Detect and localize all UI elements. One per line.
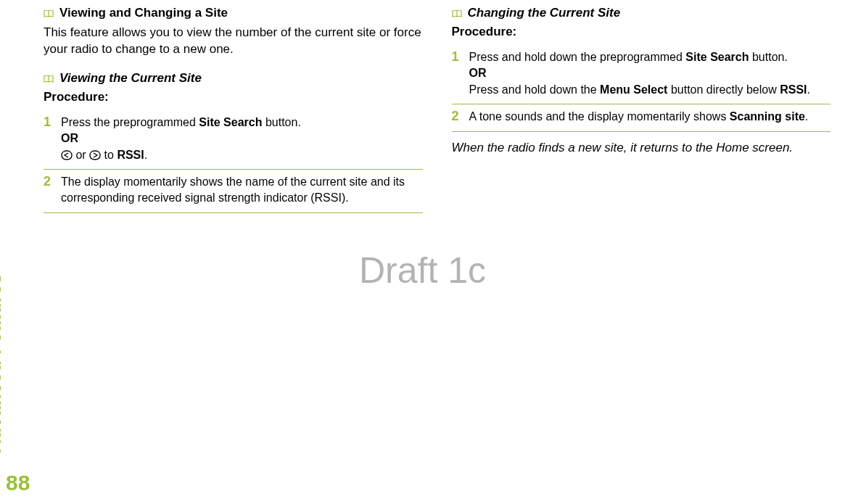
step-item: 1 Press and hold down the preprogrammed …: [452, 45, 831, 104]
step-number: 1: [44, 115, 51, 163]
book-icon: [44, 73, 54, 81]
right-column: Changing the Current Site Procedure: 1 P…: [452, 0, 831, 213]
content-columns: Viewing and Changing a Site This feature…: [44, 0, 830, 213]
step-text: Press and hold down the preprogrammed: [469, 51, 686, 63]
left-key-icon: [61, 150, 73, 160]
procedure-label-left: Procedure:: [44, 90, 423, 104]
step-text: to: [101, 149, 117, 161]
step-number: 1: [452, 49, 459, 98]
heading-sub-left: Viewing the Current Site: [44, 71, 423, 86]
steps-right: 1 Press and hold down the preprogrammed …: [452, 45, 831, 132]
step-text: button.: [262, 116, 300, 128]
book-icon: [44, 8, 54, 16]
scanning-site-label: Scanning site: [730, 110, 805, 123]
heading-main: Viewing and Changing a Site: [44, 6, 423, 20]
step-text: button directly below: [667, 83, 780, 96]
left-column: Viewing and Changing a Site This feature…: [44, 0, 423, 213]
sub-heading-left: Viewing the Current Site: [59, 71, 202, 86]
step-item: 2 A tone sounds and the display momentar…: [452, 104, 831, 131]
closing-note: When the radio finds a new site, it retu…: [452, 141, 831, 155]
step-text: A tone sounds and the display momentaril…: [469, 110, 730, 123]
step-text: .: [807, 83, 810, 96]
step-item: 1 Press the preprogrammed Site Search bu…: [44, 110, 423, 169]
step-body: The display momentarily shows the name o…: [61, 174, 422, 207]
book-icon: [452, 8, 462, 16]
heading-sub-right: Changing the Current Site: [452, 6, 831, 20]
page-number: 88: [6, 471, 30, 495]
rssi-label: RSSI: [780, 83, 807, 96]
rssi-label: RSSI: [117, 149, 144, 161]
step-item: 2 The display momentarily shows the name…: [44, 169, 423, 213]
step-body: A tone sounds and the display momentaril…: [469, 109, 809, 125]
intro-text: This feature allows you to view the numb…: [44, 25, 423, 58]
page: Advanced Features 88 Draft 1c Viewing an…: [0, 0, 845, 504]
step-text: Press and hold down the: [469, 83, 601, 96]
step-text: .: [144, 149, 147, 161]
procedure-label-right: Procedure:: [452, 25, 831, 39]
steps-left: 1 Press the preprogrammed Site Search bu…: [44, 110, 423, 213]
right-key-icon: [89, 150, 101, 160]
watermark: Draft 1c: [359, 249, 486, 292]
step-text: Press the preprogrammed: [61, 116, 199, 128]
step-text-bold: Menu Select: [600, 83, 667, 96]
section-label: Advanced Features: [0, 273, 6, 453]
step-text-bold: Site Search: [685, 51, 749, 63]
sub-heading-right: Changing the Current Site: [468, 6, 621, 20]
step-number: 2: [44, 174, 51, 207]
step-text: or: [73, 149, 89, 161]
step-body: Press and hold down the preprogrammed Si…: [469, 49, 810, 98]
step-text: .: [805, 110, 808, 123]
step-number: 2: [452, 109, 459, 125]
or-label: OR: [469, 65, 810, 81]
step-text: button.: [749, 51, 788, 63]
main-heading-text: Viewing and Changing a Site: [59, 6, 228, 20]
or-label: OR: [61, 131, 301, 146]
step-text-bold: Site Search: [199, 116, 262, 128]
step-body: Press the preprogrammed Site Search butt…: [61, 115, 301, 163]
